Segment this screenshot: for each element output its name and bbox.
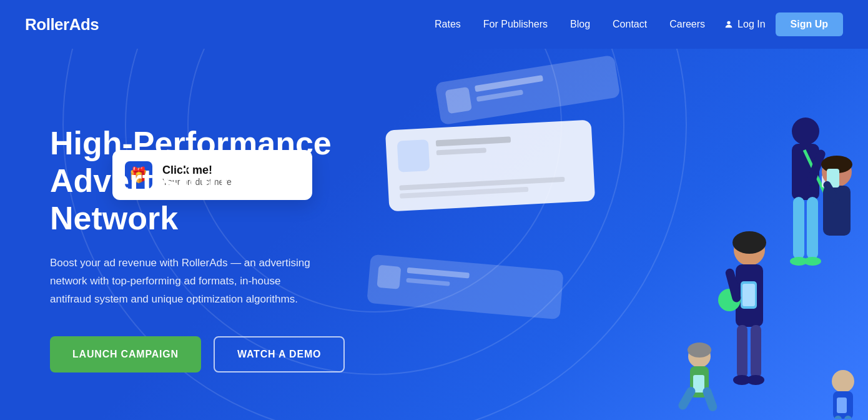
nav-links: Rates For Publishers Blog Contact Career… <box>435 19 705 30</box>
navbar: RollerAds Rates For Publishers Blog Cont… <box>0 0 868 49</box>
svg-rect-15 <box>742 284 755 306</box>
svg-rect-35 <box>823 186 851 236</box>
launch-campaign-button[interactable]: LAUNCH CAMPAIGN <box>50 336 201 372</box>
svg-point-19 <box>747 375 764 385</box>
cta-buttons: LAUNCH CAMPAIGN WATCH A DEMO <box>50 336 362 372</box>
hero-section: RollerAds Rates For Publishers Blog Cont… <box>0 0 868 420</box>
people-svg <box>606 50 868 419</box>
login-label: Log In <box>737 19 765 30</box>
svg-rect-17 <box>751 325 761 378</box>
svg-point-0 <box>727 21 730 24</box>
svg-rect-16 <box>737 325 747 378</box>
people-illustration <box>606 50 868 419</box>
ad-card-middle-text <box>436 136 511 155</box>
signup-button[interactable]: Sign Up <box>776 12 843 36</box>
svg-rect-4 <box>807 197 818 259</box>
ad-card-top-icon <box>445 87 471 114</box>
svg-point-28 <box>832 370 854 392</box>
user-icon <box>724 19 734 29</box>
ad-card-middle-icon <box>397 139 430 172</box>
hero-content: High-Performance Advertising Network Boo… <box>50 125 362 372</box>
nav-actions: Log In Sign Up <box>724 12 843 36</box>
ad-card-bottom-icon <box>377 265 401 289</box>
watch-demo-button[interactable]: WATCH A DEMO <box>214 336 345 372</box>
svg-rect-26 <box>677 386 697 412</box>
logo-text: RollerAds <box>25 15 99 34</box>
ad-card-middle <box>385 119 595 211</box>
svg-rect-3 <box>793 197 804 259</box>
nav-careers[interactable]: Careers <box>669 19 705 29</box>
svg-point-23 <box>688 342 711 358</box>
svg-point-1 <box>792 118 819 145</box>
svg-rect-27 <box>701 386 718 412</box>
ad-card-bottom-lines <box>406 268 470 288</box>
nav-rates[interactable]: Rates <box>435 19 461 29</box>
ad-card-middle-bars <box>399 176 583 198</box>
nav-publishers[interactable]: For Publishers <box>483 19 548 29</box>
logo[interactable]: RollerAds <box>25 15 99 34</box>
svg-point-12 <box>732 231 766 254</box>
svg-rect-30 <box>837 398 847 413</box>
hero-description: Boost your ad revenue with RollerAds — a… <box>50 254 318 309</box>
ad-card-top-lines <box>475 75 545 102</box>
svg-point-6 <box>804 257 821 266</box>
nav-contact[interactable]: Contact <box>613 19 647 29</box>
login-button[interactable]: Log In <box>724 19 765 30</box>
nav-blog[interactable]: Blog <box>570 19 590 29</box>
hero-title: High-Performance Advertising Network <box>50 125 362 237</box>
